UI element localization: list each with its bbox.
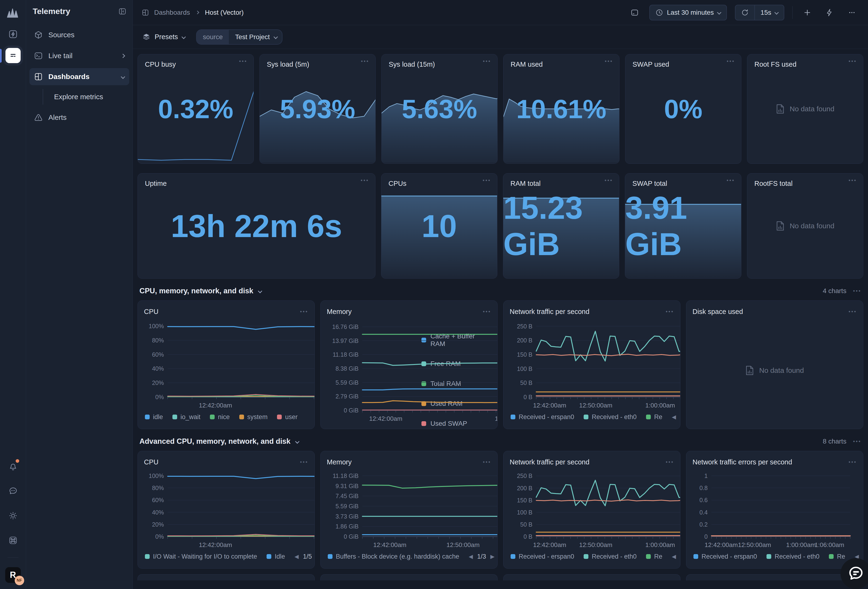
svg-text:0%: 0% [155,533,164,540]
layers-icon [142,33,151,41]
legend-item[interactable]: Re [646,413,662,421]
section-menu[interactable]: ••• [853,438,861,444]
legend-item[interactable]: Received - erspan0 [511,553,574,560]
icon-rail: R NF [0,0,26,589]
avatar[interactable]: R NF [5,567,21,583]
legend-item[interactable]: Re [829,553,845,560]
legend-item[interactable]: Idle [267,553,285,560]
svg-text:50 B: 50 B [520,521,533,528]
more-menu-icon[interactable] [845,6,859,19]
legend-item[interactable]: Received - erspan0 [694,553,757,560]
sidebar-item-sources[interactable]: Sources [30,26,129,43]
sidebar-item-label: Dashboards [49,73,89,81]
legend-label: idle [153,413,163,421]
card-menu[interactable]: ••• [727,177,735,184]
section-toggle[interactable]: CPU, memory, network, and disk [139,287,261,295]
card-menu[interactable]: ••• [300,308,308,315]
legend-item[interactable]: idle [145,413,163,421]
card-menu[interactable]: ••• [483,308,491,315]
svg-text:150 B: 150 B [517,351,533,358]
pager-page: 1/11 [680,413,681,421]
card-menu[interactable]: ••• [849,58,857,64]
section-menu[interactable]: ••• [853,288,861,294]
legend-item[interactable]: io_wait [173,413,201,421]
legend-item[interactable]: Received - erspan0 [511,413,574,421]
svg-text:100%: 100% [149,472,164,479]
svg-text:60%: 60% [152,351,164,358]
card-menu[interactable]: ••• [605,58,613,64]
refresh-interval-select[interactable]: 15s [754,5,784,20]
card-menu[interactable]: ••• [483,58,491,64]
card-menu[interactable]: ••• [727,58,735,64]
legend-swatch [646,414,651,419]
stat-card-cpu-busy: CPU busy•••0.32% [137,54,254,164]
card-menu[interactable]: ••• [666,459,674,465]
pager-prev[interactable]: ◀ [672,414,676,420]
svg-text:12:42:00am: 12:42:00am [705,541,738,548]
legend-label: Re [837,553,845,560]
kiosk-mode-icon[interactable] [628,6,641,19]
sidebar-item-live-tail[interactable]: Live tail [30,47,129,64]
pager-page: 1/11 [680,553,681,560]
legend-label: nice [218,413,230,421]
breadcrumb-section[interactable]: Dashboards [154,9,190,16]
legend-item[interactable]: Received - eth0 [766,553,819,560]
card-title: CPU [144,458,158,466]
legend-item[interactable]: Re [646,553,662,560]
card-menu[interactable]: ••• [300,459,308,465]
presets-dropdown[interactable]: Presets [142,33,185,41]
refresh-button[interactable] [735,5,754,20]
legend-label: Idle [275,553,285,560]
svg-text:0.6: 0.6 [700,497,708,503]
sidebar-item-dashboards[interactable]: Dashboards [30,68,129,85]
svg-text:12:42:00am: 12:42:00am [373,541,406,548]
feedback-chat-icon[interactable] [6,483,21,499]
legend-item[interactable]: Buffers - Block device (e.g. harddisk) c… [328,553,459,560]
pager-prev[interactable]: ◀ [672,553,676,560]
card-menu[interactable]: ••• [666,308,674,315]
shortcuts-icon[interactable] [6,533,21,548]
card-menu[interactable]: ••• [605,177,613,184]
legend-label: Received - eth0 [592,413,636,421]
sidebar-collapse-icon[interactable] [118,7,126,15]
filter-key: source [196,30,229,44]
card-menu[interactable]: ••• [239,58,247,64]
add-panel-icon[interactable] [801,6,814,19]
legend-item[interactable]: nice [210,413,230,421]
avatar-badge: NF [15,576,24,585]
section-toggle[interactable]: Advanced CPU, memory, network, and disk [139,437,299,445]
card-menu[interactable]: ••• [361,58,369,64]
card-menu[interactable]: ••• [483,459,491,465]
sidebar-item-explore-metrics[interactable]: Explore metrics [54,89,128,105]
cube-icon [34,31,43,39]
legend-item[interactable]: Received - eth0 [584,413,636,421]
app-root: R NF Telemetry Sources Live tail Dashboa… [0,0,868,589]
legend-item[interactable]: system [239,413,268,421]
quick-actions-icon[interactable] [823,6,836,19]
no-data-text: No data found [759,366,804,374]
notifications-icon[interactable] [6,459,21,474]
legend-item[interactable]: user [277,413,298,421]
card-menu[interactable]: ••• [849,177,857,184]
telemetry-section-icon[interactable] [6,48,21,63]
svg-text:0.2: 0.2 [700,521,708,528]
theme-icon[interactable] [6,508,21,523]
legend-item[interactable]: Received - eth0 [584,553,636,560]
legend-item[interactable]: I/O Wait - Waiting for I/O to complete [145,553,257,560]
pager-prev[interactable]: ◀ [469,553,473,560]
card-menu[interactable]: ••• [483,177,491,184]
source-filter[interactable]: source Test Project [196,30,282,44]
pager-next[interactable]: ▶ [490,553,495,560]
pager-prev[interactable]: ◀ [295,553,299,560]
next-card-peek [137,574,315,580]
sidebar-item-alerts[interactable]: Alerts [30,109,129,126]
card-menu[interactable]: ••• [849,459,857,465]
pipelines-icon[interactable] [6,27,21,42]
card-menu[interactable]: ••• [361,177,369,184]
chart-card-memory: Memory•••16.76 GiB13.97 GiB11.18 GiB8.38… [320,300,497,429]
card-menu[interactable]: ••• [849,308,857,315]
legend-label: user [285,413,298,421]
time-range-picker[interactable]: Last 30 minutes [650,5,727,21]
svg-text:20%: 20% [152,521,164,528]
no-data-doc-icon [776,104,784,114]
